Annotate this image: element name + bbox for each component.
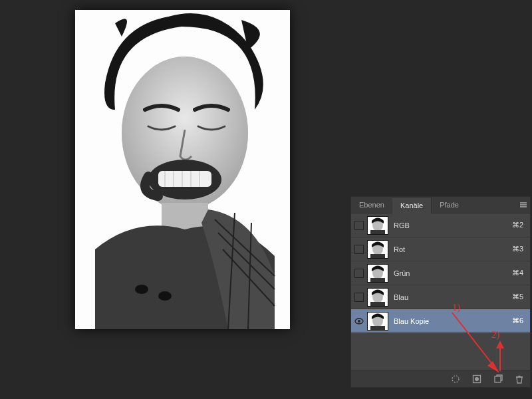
channel-thumb — [367, 264, 388, 283]
channel-thumb — [367, 288, 388, 307]
visibility-toggle[interactable] — [351, 261, 367, 285]
panel-menu-icon[interactable] — [517, 197, 530, 213]
panel-footer — [351, 370, 530, 387]
svg-point-38 — [452, 376, 459, 382]
svg-point-16 — [135, 285, 148, 294]
delete-channel-icon[interactable] — [514, 374, 525, 384]
document-canvas[interactable] — [75, 10, 290, 329]
channel-name: Grün — [394, 269, 410, 277]
channel-thumb — [367, 216, 388, 235]
tab-pfade[interactable]: Pfade — [432, 197, 467, 213]
tab-kanaele[interactable]: Kanäle — [392, 197, 432, 213]
svg-point-34 — [358, 320, 360, 323]
svg-rect-37 — [370, 326, 385, 330]
channel-shortcut: ⌘5 — [512, 293, 523, 301]
new-channel-icon[interactable] — [493, 374, 503, 384]
visibility-toggle[interactable] — [351, 309, 367, 333]
channel-row-blau-kopie[interactable]: Blau Kopie ⌘6 — [351, 309, 530, 333]
svg-rect-29 — [370, 278, 385, 282]
tab-ebenen[interactable]: Ebenen — [351, 197, 392, 213]
svg-point-17 — [158, 291, 172, 301]
channels-panel: Ebenen Kanäle Pfade RGB ⌘2 Rot ⌘3 Grün ⌘… — [350, 196, 531, 388]
channel-row-blau[interactable]: Blau ⌘5 — [351, 285, 530, 309]
eye-icon — [354, 318, 364, 325]
channel-name: Rot — [394, 245, 405, 253]
channel-row-gruen[interactable]: Grün ⌘4 — [351, 261, 530, 285]
channel-shortcut: ⌘2 — [512, 221, 523, 229]
visibility-toggle[interactable] — [351, 285, 367, 309]
svg-rect-23 — [370, 230, 385, 234]
channel-name: Blau — [394, 293, 408, 301]
svg-rect-26 — [370, 254, 385, 258]
channel-thumb — [367, 240, 388, 259]
channel-row-rot[interactable]: Rot ⌘3 — [351, 237, 530, 261]
visibility-toggle[interactable] — [351, 213, 367, 237]
document-image — [75, 10, 290, 329]
svg-rect-4 — [158, 171, 211, 187]
channel-name: RGB — [394, 221, 410, 229]
load-selection-icon[interactable] — [450, 374, 461, 384]
channel-row-rgb[interactable]: RGB ⌘2 — [351, 213, 530, 237]
panel-tab-bar: Ebenen Kanäle Pfade — [351, 197, 530, 213]
svg-point-40 — [475, 377, 479, 381]
svg-rect-32 — [370, 302, 385, 306]
channel-shortcut: ⌘4 — [512, 269, 523, 277]
channel-name: Blau Kopie — [394, 317, 429, 325]
save-selection-icon[interactable] — [471, 374, 482, 384]
channel-shortcut: ⌘6 — [512, 317, 523, 325]
visibility-toggle[interactable] — [351, 237, 367, 261]
channel-thumb — [367, 312, 388, 331]
svg-rect-41 — [495, 376, 501, 382]
channel-list: RGB ⌘2 Rot ⌘3 Grün ⌘4 Blau ⌘5 Blau K — [351, 213, 530, 333]
channel-shortcut: ⌘3 — [512, 245, 523, 253]
